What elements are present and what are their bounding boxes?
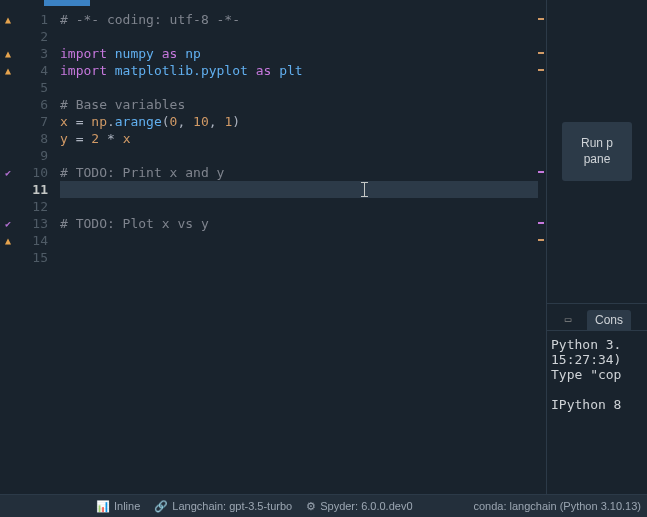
status-inline-label: Inline xyxy=(114,500,140,512)
warning-icon: ▲ xyxy=(2,235,14,247)
gutter-marker xyxy=(0,147,16,164)
code-line[interactable] xyxy=(54,79,546,96)
code-line[interactable]: # TODO: Plot x vs y xyxy=(54,215,546,232)
console-line: Type "cop xyxy=(551,367,621,382)
line-number: 5 xyxy=(16,79,48,96)
gutter-marker xyxy=(0,79,16,96)
gutter-marker xyxy=(0,130,16,147)
code-line[interactable]: x = np.arange(0, 10, 1) xyxy=(54,113,546,130)
console-tab[interactable]: Cons xyxy=(587,310,631,330)
run-previous-cell-button[interactable]: Run p pane xyxy=(562,122,632,181)
gutter-marker xyxy=(0,96,16,113)
code-line[interactable]: y = 2 * x xyxy=(54,130,546,147)
check-icon: ✔ xyxy=(2,167,14,179)
window-icon: ▭ xyxy=(565,313,572,326)
console-body[interactable]: Python 3. 15:27:34) Type "cop IPython 8 xyxy=(547,331,647,494)
console-line: IPython 8 xyxy=(551,397,621,412)
gutter-marker xyxy=(0,249,16,266)
line-number: 13 xyxy=(16,215,48,232)
line-number: 1 xyxy=(16,11,48,28)
code-line[interactable]: import numpy as np xyxy=(54,45,546,62)
gutter-marker: ✔ xyxy=(0,164,16,181)
gutter-marker xyxy=(0,181,16,198)
code-area[interactable]: ▲▲▲✔✔▲ 123456789101112131415 # -*- codin… xyxy=(0,11,546,494)
code-line[interactable] xyxy=(54,232,546,249)
line-number: 3 xyxy=(16,45,48,62)
spyder-icon: ⚙ xyxy=(306,500,316,513)
code-line[interactable] xyxy=(54,198,546,215)
status-conda-label: conda: langchain (Python 3.10.13) xyxy=(473,500,641,512)
line-number: 14 xyxy=(16,232,48,249)
right-pane: Run p pane ▭ Cons Python 3. 15:27:34) Ty… xyxy=(546,0,647,494)
status-spyder-label: Spyder: 6.0.0.dev0 xyxy=(320,500,412,512)
status-langchain[interactable]: 🔗 Langchain: gpt-3.5-turbo xyxy=(154,500,292,513)
gutter-marker: ▲ xyxy=(0,11,16,28)
line-number: 11 xyxy=(16,181,48,198)
status-langchain-label: Langchain: gpt-3.5-turbo xyxy=(172,500,292,512)
status-bar: 📊 Inline 🔗 Langchain: gpt-3.5-turbo ⚙ Sp… xyxy=(0,494,647,517)
code-body[interactable]: # -*- coding: utf-8 -*-import numpy as n… xyxy=(54,11,546,494)
line-number: 7 xyxy=(16,113,48,130)
code-line[interactable]: import matplotlib.pyplot as plt xyxy=(54,62,546,79)
gutter-marker xyxy=(0,198,16,215)
code-line[interactable]: # Base variables xyxy=(54,96,546,113)
warning-icon: ▲ xyxy=(2,65,14,77)
line-number: 2 xyxy=(16,28,48,45)
warning-icon: ▲ xyxy=(2,14,14,26)
code-line[interactable] xyxy=(54,249,546,266)
gutter-marker: ▲ xyxy=(0,62,16,79)
gutter-marker: ▲ xyxy=(0,232,16,249)
status-conda[interactable]: conda: langchain (Python 3.10.13) xyxy=(473,500,641,512)
line-number: 9 xyxy=(16,147,48,164)
warning-icon: ▲ xyxy=(2,48,14,60)
gutter-marker xyxy=(0,113,16,130)
right-top-panel: Run p pane xyxy=(547,0,647,304)
marker-gutter: ▲▲▲✔✔▲ xyxy=(0,11,16,494)
console-line: Python 3. xyxy=(551,337,621,352)
editor-pane: ▲▲▲✔✔▲ 123456789101112131415 # -*- codin… xyxy=(0,0,546,494)
code-line[interactable] xyxy=(54,181,546,198)
line-number: 15 xyxy=(16,249,48,266)
chart-icon: 📊 xyxy=(96,500,110,513)
console-panel: ▭ Cons Python 3. 15:27:34) Type "cop IPy… xyxy=(547,304,647,494)
line-number-gutter: 123456789101112131415 xyxy=(16,11,54,494)
line-number: 8 xyxy=(16,130,48,147)
active-tab-indicator[interactable] xyxy=(44,0,90,6)
status-spyder[interactable]: ⚙ Spyder: 6.0.0.dev0 xyxy=(306,500,412,513)
console-tab-icon[interactable]: ▭ xyxy=(553,308,583,330)
line-number: 4 xyxy=(16,62,48,79)
line-number: 12 xyxy=(16,198,48,215)
code-line[interactable] xyxy=(54,147,546,164)
code-line[interactable]: # TODO: Print x and y xyxy=(54,164,546,181)
tab-strip xyxy=(0,0,546,11)
run-button-line2: pane xyxy=(572,152,622,168)
code-line[interactable]: # -*- coding: utf-8 -*- xyxy=(54,11,546,28)
gutter-marker xyxy=(0,28,16,45)
link-icon: 🔗 xyxy=(154,500,168,513)
line-number: 6 xyxy=(16,96,48,113)
run-button-line1: Run p xyxy=(572,136,622,152)
gutter-marker: ▲ xyxy=(0,45,16,62)
line-number: 10 xyxy=(16,164,48,181)
check-icon: ✔ xyxy=(2,218,14,230)
gutter-marker: ✔ xyxy=(0,215,16,232)
status-inline[interactable]: 📊 Inline xyxy=(96,500,140,513)
console-tabs: ▭ Cons xyxy=(547,304,647,331)
code-line[interactable] xyxy=(54,28,546,45)
console-line: 15:27:34) xyxy=(551,352,621,367)
